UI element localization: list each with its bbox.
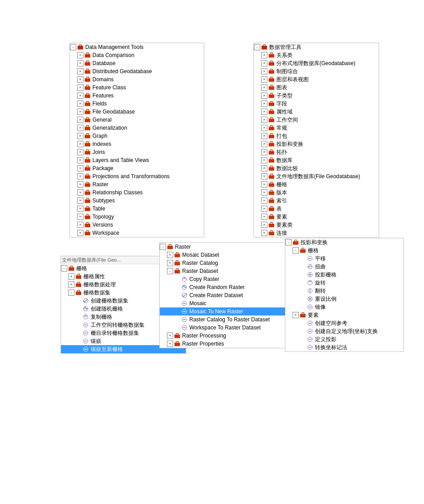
zh-item-6[interactable]: + 子类型 [254,92,379,100]
tree-item-general[interactable]: + General [70,116,204,124]
zh-item-5[interactable]: + 图表 [254,83,379,92]
tree-item-raster[interactable]: + Raster [70,180,204,188]
zh-item-9[interactable]: + 工作空间 [254,116,379,124]
en-mosaic-to-new-raster[interactable]: Mosaic To New Raster [160,307,287,316]
item-label: 栅格 [275,181,287,188]
zh-feature-sub[interactable]: + 要素 [285,311,403,319]
svg-rect-20 [85,199,90,203]
tree-item-generalization[interactable]: + Generalization [70,124,204,132]
tree-item-subtypes[interactable]: + Subtypes [70,197,204,205]
item-label: Raster Dataset [181,268,218,274]
tool-icon [181,292,188,298]
tree-root-zh[interactable]: - 数据管理工具 [254,43,379,51]
tree-item-fields[interactable]: + Fields [70,100,204,108]
svg-rect-24 [85,232,90,235]
zh-project-raster[interactable]: 投影栅格 [285,271,403,279]
tree-item-package[interactable]: + Package [70,164,204,172]
en-raster-catalog-to-raster-ds[interactable]: Raster Catalog To Raster Dataset [160,316,287,324]
item-label: 要素 [307,311,319,319]
tree-item-workspace[interactable]: + Workspace [70,229,204,237]
zh-create-custom-geo[interactable]: 创建自定义地理(坐标)支换 [285,327,403,335]
toolset-icon [84,141,91,147]
item-label: 定义投影 [314,336,337,343]
zh-item-12[interactable]: + 投影和变换 [254,140,379,148]
tree-item-table[interactable]: + Table [70,205,204,213]
svg-rect-49 [269,232,274,235]
svg-rect-36 [269,127,274,130]
en-raster-processing[interactable]: + Raster Processing [160,332,287,340]
zh-item-15[interactable]: + 数据比较 [254,164,379,172]
en-workspace-to-raster-ds[interactable]: Workspace To Raster Dataset [160,324,287,332]
item-label: Subtypes [92,197,115,204]
en-raster-dataset[interactable]: - Raster Dataset [160,267,287,275]
en-mosaic-dataset[interactable]: + Mosaic Dataset [160,251,287,259]
item-label: 数据库 [275,157,293,164]
tool-icon [307,272,313,278]
zh-proj-root[interactable]: - 投影和变换 [285,238,403,246]
zh-item-10[interactable]: + 常规 [254,124,379,132]
en-copy-raster[interactable]: Copy Raster [160,275,287,283]
svg-rect-42 [269,175,274,179]
zh-item-4[interactable]: + 图层和表视图 [254,75,379,83]
item-label: 子类型 [275,92,293,100]
tree-item-joins[interactable]: + Joins [70,148,204,156]
zh-item-14[interactable]: + 数据库 [254,156,379,164]
zh-item-21[interactable]: + 要素 [254,213,379,221]
tree-root-en[interactable]: - Data Management Tools [70,43,204,51]
zh-item-23[interactable]: + 连接 [254,229,379,237]
zh-mirror[interactable]: 镜像 [285,303,403,311]
tree-item-projections[interactable]: + Projections and Transformations [70,172,204,180]
tree-item-versions[interactable]: + Versions [70,221,204,229]
svg-rect-43 [269,183,274,187]
en-raster-properties[interactable]: + Raster Properties [160,340,287,348]
zh-rotate[interactable]: 旋转 [285,279,403,287]
svg-rect-8 [85,102,90,106]
tree-item-features[interactable]: + Features [70,92,204,100]
en-create-raster-ds[interactable]: Create Raster Dataset [160,291,287,299]
zh-define-proj[interactable]: 定义投影 [285,335,403,343]
zh-item-1[interactable]: + 关系类 [254,51,379,59]
en-raster-root[interactable]: - Raster [160,243,287,251]
tree-item-data-comparison[interactable]: + Data Comparison [70,51,204,59]
en-raster-catalog[interactable]: + Raster Catalog [160,259,287,267]
tree-item-database[interactable]: + Database [70,59,204,67]
en-mosaic[interactable]: Mosaic [160,299,287,307]
tree-item-indexes[interactable]: + Indexes [70,140,204,148]
zh-convert-coord[interactable]: 转换坐标记法 [285,343,403,351]
item-label: 文件地理数据库(File Geodatabase) [275,173,360,180]
zh-item-2[interactable]: + 分布式地理数据库(Geodatabase) [254,59,379,67]
tree-item-relationship[interactable]: + Relationship Classes [70,188,204,197]
zh-translate[interactable]: 平移 [285,254,403,263]
zh-create-spatial-ref[interactable]: 创建空间参考 [285,319,403,327]
toolset-icon [84,92,91,99]
zh-flip[interactable]: 翻转 [285,287,403,295]
en-create-random-raster[interactable]: Create Random Raster [160,283,287,291]
tree-item-dist-geo[interactable]: + Distributed Geodatabase [70,67,204,75]
zh-item-19[interactable]: + 索引 [254,197,379,205]
zh-item-7[interactable]: + 字段 [254,100,379,108]
zh-warp[interactable]: 扭曲 [285,263,403,271]
zh-item-17[interactable]: + 栅格 [254,180,379,188]
tree-item-graph[interactable]: + Graph [70,132,204,140]
zh-item-20[interactable]: + 表 [254,205,379,213]
zh-item-3[interactable]: + 制图综合 [254,67,379,75]
item-label: Joins [92,149,105,155]
tree-item-domains[interactable]: + Domains [70,75,204,83]
svg-rect-80 [175,334,180,338]
zh-item-8[interactable]: + 属性域 [254,108,379,116]
root-expander[interactable]: - [254,44,260,50]
zh-item-13[interactable]: + 拓扑 [254,148,379,156]
tree-item-layers[interactable]: + Layers and Table Views [70,156,204,164]
tree-item-file-geo[interactable]: + File Geodatabase [70,108,204,116]
tree-item-feature-class[interactable]: + Feature Class [70,83,204,92]
tree-item-topology[interactable]: + Topology [70,213,204,221]
tool-icon [307,336,313,342]
zh-item-18[interactable]: + 版本 [254,188,379,197]
zh-item-11[interactable]: + 打包 [254,132,379,140]
zh-item-22[interactable]: + 要素类 [254,221,379,229]
svg-rect-6 [85,86,90,90]
zh-item-16[interactable]: + 文件地理数据库(File Geodatabase) [254,172,379,180]
root-expander[interactable]: - [70,44,76,50]
zh-raster-sub[interactable]: - 栅格 [285,246,403,254]
zh-rescale[interactable]: 重设比例 [285,295,403,303]
